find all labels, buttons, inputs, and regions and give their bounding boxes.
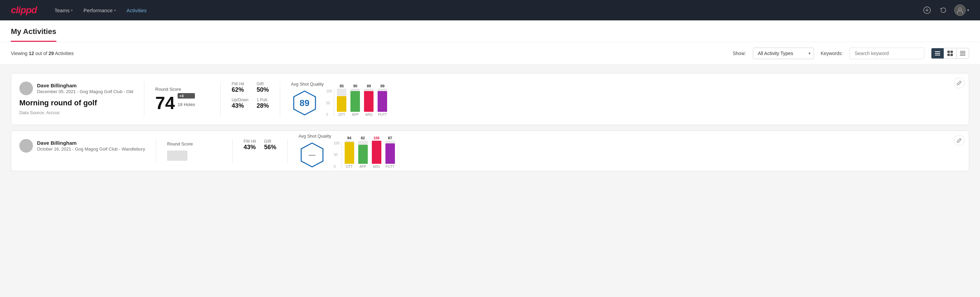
user-date: October 16, 2021 - Gog Magog Golf Club -…: [37, 147, 145, 152]
mini-stat-group-1: FW Hit 43%: [243, 139, 256, 163]
nav-right: ▾: [921, 5, 969, 16]
nav-teams-label: Teams: [54, 8, 69, 13]
svg-rect-10: [950, 54, 953, 56]
bar-ott-label: OTT: [338, 113, 345, 117]
round-score-number: 74: [155, 94, 175, 112]
navigation: clippd Teams ▾ Performance ▾ Activities: [0, 0, 980, 21]
nav-activities-label: Activities: [127, 8, 147, 13]
hexagon-badge: —: [299, 141, 326, 169]
avatar-button[interactable]: ▾: [954, 5, 969, 16]
refresh-icon[interactable]: [938, 5, 949, 16]
viewing-total: 29: [49, 51, 54, 56]
bar-arg-label: ARG: [365, 113, 373, 117]
y-label-50: 50: [326, 101, 332, 105]
bar2-putt-value: 87: [388, 136, 392, 140]
divider: [280, 81, 280, 117]
avg-shot-quality-content: 89 100 50 0 85: [291, 89, 387, 117]
bar-putt-value: 89: [380, 84, 384, 88]
edit-button[interactable]: [954, 135, 965, 146]
round-score-label: Round Score: [167, 141, 221, 147]
divider: [287, 139, 288, 163]
list-view-toggle[interactable]: [931, 48, 944, 59]
activity-type-select[interactable]: All Activity Types: [753, 48, 814, 59]
activity-type-filter[interactable]: All Activity Types ▾: [753, 48, 814, 59]
grid-view-toggle[interactable]: [944, 48, 956, 59]
activity-card: Dave Billingham October 16, 2021 - Gog M…: [11, 131, 969, 171]
bar-app-value: 90: [353, 84, 357, 88]
gir-value: 50%: [257, 86, 269, 93]
shot-quality-chart: 100 50 0 85 OTT: [326, 89, 387, 117]
page-title: My Activities: [11, 21, 56, 42]
svg-rect-11: [960, 51, 966, 52]
nav-activities[interactable]: Activities: [123, 5, 151, 16]
brand-logo[interactable]: clippd: [11, 5, 37, 16]
bar2-ott-label: OTT: [346, 165, 353, 169]
up-down-label: Up/Down: [232, 97, 248, 102]
nav-teams[interactable]: Teams ▾: [50, 5, 76, 16]
round-score-badge: +4: [178, 93, 195, 99]
svg-rect-8: [950, 51, 953, 53]
svg-rect-6: [935, 55, 940, 55]
avatar-icon: [954, 5, 966, 16]
avg-shot-quality-content: — 100 50 0 94 OTT: [299, 141, 395, 169]
svg-point-17: [25, 144, 27, 146]
svg-rect-5: [935, 53, 940, 54]
bar-arg-value: 89: [367, 84, 371, 88]
bar2-app-value: 82: [361, 136, 365, 140]
compact-view-toggle[interactable]: [956, 48, 969, 59]
bar-ott-bg: [337, 89, 346, 112]
bar2-arg-label: ARG: [373, 165, 380, 169]
up-down-value: 43%: [232, 102, 248, 109]
mini-stat-group-1: FW Hit 62% Up/Down 43%: [232, 81, 248, 117]
filter-bar: Viewing 12 out of 29 Activities Show: Al…: [0, 42, 980, 65]
bar2-putt: 87 PUTT: [385, 136, 395, 169]
user-info: Dave Billingham October 16, 2021 - Gog M…: [37, 140, 145, 152]
mini-stats: FW Hit 62% Up/Down 43% GIR 50% 1 Putt 28…: [232, 81, 269, 117]
edit-button[interactable]: [954, 77, 965, 88]
bar-arg: 89 ARG: [364, 84, 374, 117]
bar-app: 90 APP: [350, 84, 360, 117]
avatar: [19, 139, 33, 153]
viewing-middle: out of: [34, 51, 49, 56]
divider: [220, 81, 221, 117]
avatar: [19, 81, 33, 95]
card-user-info: Dave Billingham December 05, 2021 - Gog …: [19, 81, 133, 117]
round-score-section: Round Score: [167, 139, 221, 163]
bar-ott-fill: [337, 96, 346, 112]
chart-bars: 85 OTT 90 APP: [334, 89, 387, 117]
nav-performance-label: Performance: [84, 8, 113, 13]
svg-rect-14: [960, 55, 966, 56]
y-label-100: 100: [326, 89, 332, 93]
user-info: Dave Billingham December 05, 2021 - Gog …: [37, 83, 133, 94]
user-date: December 05, 2021 - Gog Magog Golf Club …: [37, 89, 133, 94]
y-label-0: 0: [326, 113, 332, 117]
viewing-count: 12: [29, 51, 34, 56]
data-source: Data Source: Arccos: [19, 110, 133, 115]
nav-teams-chevron: ▾: [71, 8, 73, 12]
add-icon[interactable]: [921, 5, 932, 16]
card-user-info: Dave Billingham October 16, 2021 - Gog M…: [19, 139, 145, 163]
user-row: Dave Billingham December 05, 2021 - Gog …: [19, 81, 133, 95]
bar-arg-bg: [364, 89, 374, 112]
nav-performance-chevron: ▾: [114, 8, 116, 12]
gir-value: 56%: [264, 144, 277, 151]
y-label-100: 100: [334, 141, 340, 145]
viewing-prefix: Viewing: [11, 51, 29, 56]
search-input[interactable]: [850, 48, 924, 59]
one-putt-value: 28%: [257, 102, 269, 109]
hexagon-badge: 89: [291, 89, 318, 117]
round-score-display: 74 +4 18 Holes: [155, 93, 210, 112]
round-score-holes: 18 Holes: [178, 102, 195, 107]
avg-shot-quality-section: Avg Shot Quality 89 100 50 0: [291, 81, 387, 117]
user-name: Dave Billingham: [37, 140, 145, 146]
bar2-putt-label: PUTT: [386, 165, 395, 169]
round-score-placeholder: [167, 150, 188, 161]
hexagon-value: —: [309, 151, 315, 159]
fw-hit-value: 62%: [232, 86, 248, 93]
nav-performance[interactable]: Performance ▾: [80, 5, 120, 16]
fw-hit-label: FW Hit: [243, 139, 256, 144]
bar2-arg-value: 106: [373, 136, 379, 140]
svg-rect-9: [947, 54, 950, 56]
user-row: Dave Billingham October 16, 2021 - Gog M…: [19, 139, 145, 153]
hexagon-value: 89: [299, 98, 309, 109]
